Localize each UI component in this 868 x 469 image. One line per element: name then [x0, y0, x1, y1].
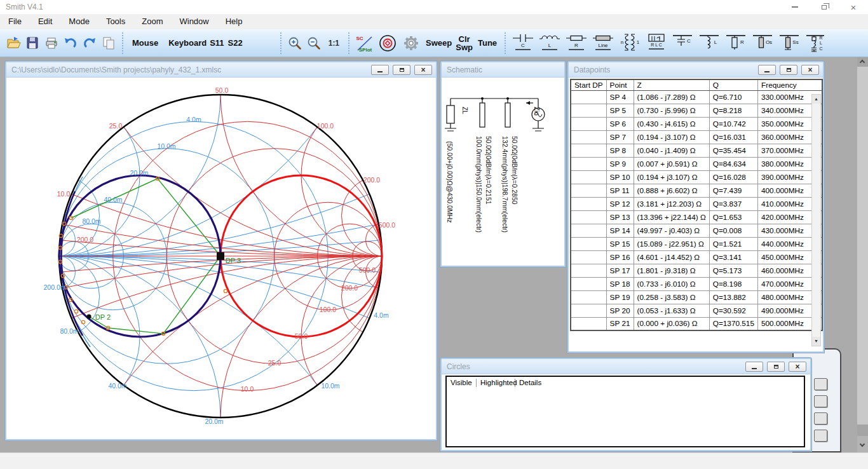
zoom-in-button[interactable] [286, 33, 304, 53]
datapoint-row[interactable]: SP 19(0.258 - j3.583) ΩQ=13.882480.000MH… [571, 290, 822, 304]
column-header-q[interactable]: Q [709, 79, 757, 90]
transmission-line-button[interactable]: Line [590, 32, 616, 55]
sweep-button[interactable]: Sweep [423, 33, 454, 53]
datapoint-row[interactable]: SP 5(0.730 - j5.996) ΩQ=8.218340.000MHz [571, 104, 822, 117]
scroll-up-icon[interactable] [860, 60, 865, 65]
menu-edit[interactable]: Edit [30, 14, 60, 29]
restore-button[interactable] [780, 65, 797, 75]
tune-button[interactable]: Tune [474, 33, 501, 53]
circles-column-highlighted[interactable]: Highlighted [477, 379, 515, 387]
restore-button[interactable] [810, 0, 839, 14]
undo-button[interactable] [62, 33, 79, 53]
menu-window[interactable]: Window [171, 14, 217, 29]
panel-button[interactable] [814, 378, 827, 390]
close-button[interactable]: × [414, 65, 432, 75]
circles-target-button[interactable] [377, 33, 398, 53]
datapoint-row[interactable]: SP 21(0.000 + j0.036) ΩQ=1370.515500.000… [571, 317, 822, 330]
datapoint-row[interactable]: SP 8(0.040 - j1.409) ΩQ=35.454370.000MHz [571, 144, 822, 157]
restore-button[interactable] [393, 65, 410, 75]
datapoint-cell: (0.730 - j5.996) Ω [634, 104, 709, 117]
datapoint-row[interactable]: SP 4(1.086 - j7.289) ΩQ=6.710330.000MHz [571, 90, 822, 104]
shunt-rlc-button[interactable]: RLC [804, 32, 829, 55]
shunt-resistor-button[interactable]: R [724, 32, 749, 55]
datapoint-row[interactable]: SP 13(13.396 + j22.144) ΩQ=1.653420.000M… [571, 210, 822, 224]
transformer-button[interactable]: n1 [617, 32, 642, 55]
mouse-button[interactable]: Mouse [127, 33, 163, 53]
toolbar-separator [280, 32, 281, 54]
circles-table[interactable]: VisibleHighlightedDetails [445, 376, 805, 447]
datapoint-row[interactable]: SP 15(15.089 - j22.951) ΩQ=1.521440.000M… [571, 237, 822, 250]
scroll-up-icon[interactable]: ▲ [812, 95, 820, 104]
close-button[interactable]: × [801, 65, 819, 75]
svg-text:L: L [714, 39, 717, 45]
minimize-button[interactable] [758, 65, 776, 75]
datapoint-row[interactable]: SP 9(0.007 + j0.591) ΩQ=84.634380.000MHz [571, 157, 822, 170]
close-button[interactable]: × [839, 0, 868, 14]
series-capacitor-button[interactable]: C [510, 32, 536, 55]
datapoint-row[interactable]: SP 6(0.430 - j4.615) ΩQ=10.742350.000MHz [571, 117, 822, 130]
datapoint-row[interactable]: SP 16(4.601 - j14.452) ΩQ=3.141450.000MH… [571, 250, 822, 264]
menu-zoom[interactable]: Zoom [133, 14, 171, 29]
menu-file[interactable]: File [0, 14, 30, 29]
menu-tools[interactable]: Tools [98, 14, 133, 29]
close-button[interactable]: × [789, 362, 806, 372]
datapoint-row[interactable]: SP 17(1.801 - j9.318) ΩQ=5.173460.000MHz [571, 264, 822, 277]
save-button[interactable] [24, 33, 41, 53]
series-resistor-button[interactable]: R [564, 32, 589, 55]
datapoint-row[interactable]: SP 7(0.194 - j3.107) ΩQ=16.031360.000MHz [571, 130, 822, 144]
workspace-scrollbar[interactable] [857, 57, 868, 452]
sc-splot-button[interactable]: SCSPlot [354, 33, 376, 53]
datapoint-row[interactable]: SP 18(0.733 - j6.010) ΩQ=8.198470.000MHz [571, 277, 822, 290]
column-header-start-dp[interactable]: Start DP [571, 79, 606, 90]
minimize-button[interactable] [745, 362, 763, 372]
series-rlc-button[interactable]: R L C [644, 32, 669, 55]
circles-window-titlebar[interactable]: Circles × [442, 359, 810, 374]
datapoint-row[interactable]: SP 11(0.888 + j6.602) ΩQ=7.439400.000MHz [571, 184, 822, 197]
keyboard-button[interactable]: Keyboard [163, 33, 208, 53]
datapoint-row[interactable]: SP 10(0.194 + j3.107) ΩQ=16.028390.000MH… [571, 170, 822, 184]
smith-chart-canvas[interactable]: DP 2DP 310.025.050.0100.0200.0500.010.02… [6, 78, 436, 439]
column-header-point[interactable]: Point [606, 79, 634, 90]
redo-button[interactable] [81, 33, 98, 53]
copy-button[interactable] [100, 33, 118, 53]
series-inductor-button[interactable]: L [537, 32, 562, 55]
restore-button[interactable] [767, 362, 785, 372]
s11-button[interactable]: S11 [208, 33, 226, 53]
s22-button[interactable]: S22 [226, 33, 245, 53]
panel-button[interactable] [814, 412, 827, 425]
app-titlebar[interactable]: Smith V4.1 × [0, 0, 868, 14]
shunt-inductor-button[interactable]: L [697, 32, 722, 55]
menu-mode[interactable]: Mode [60, 14, 98, 29]
scroll-down-icon[interactable]: ▼ [812, 337, 820, 346]
redo-icon [82, 36, 97, 51]
datapoint-row[interactable]: SP 12(3.181 + j12.203) ΩQ=3.837410.000MH… [571, 197, 822, 210]
minimize-button[interactable] [780, 0, 810, 14]
shunt-capacitor-button[interactable]: C [670, 32, 696, 55]
gear-icon [400, 33, 422, 53]
datapoints-table[interactable]: Start DPPointZQFrequencySP 4(1.086 - j7.… [570, 79, 823, 331]
schematic-canvas[interactable]: ZLZin(50.00+j0.00)Ω@430.0MHz100.0mm(phys… [442, 78, 564, 266]
datapoint-cell: SP 21 [606, 317, 634, 330]
datapoints-window-titlebar[interactable]: Datapoints × [569, 62, 823, 78]
print-button[interactable] [43, 33, 60, 53]
circles-column-details[interactable]: Details [515, 379, 545, 387]
panel-button[interactable] [814, 395, 827, 407]
scrollbar-thumb[interactable] [857, 67, 868, 425]
datapoint-row[interactable]: SP 14(49.997 - j0.403) ΩQ=0.008430.000MH… [571, 224, 822, 237]
column-header-frequency[interactable]: Frequency [758, 79, 823, 90]
menu-help[interactable]: Help [217, 14, 251, 29]
smith-window-titlebar[interactable]: C:\Users\sidlo\Documents\Smith projects\… [6, 62, 436, 78]
column-header-z[interactable]: Z [634, 79, 709, 90]
datapoint-row[interactable]: SP 20(0.053 - j1.633) ΩQ=30.592490.000MH… [571, 304, 822, 317]
datapoints-scrollbar[interactable]: ▲ ▼ [811, 94, 821, 346]
open-button[interactable] [4, 33, 22, 53]
shorted-stub-button[interactable]: Ss [777, 32, 803, 55]
schematic-window-titlebar[interactable]: Schematic [442, 62, 564, 78]
circles-column-visible[interactable]: Visible [447, 379, 477, 387]
zoom-out-button[interactable] [305, 33, 323, 53]
open-stub-button[interactable]: Os [750, 32, 776, 55]
gear-settings-button[interactable] [400, 33, 423, 53]
minimize-button[interactable] [371, 65, 389, 75]
clear-sweep-button[interactable]: Clr Swp [454, 33, 474, 53]
panel-button[interactable] [814, 430, 827, 442]
